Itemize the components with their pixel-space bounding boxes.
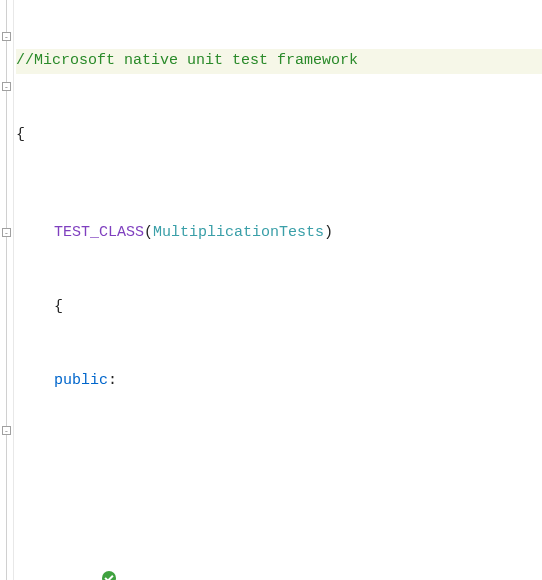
fold-toggle-icon[interactable]: - [2,228,11,237]
fold-toggle-icon[interactable]: - [2,82,11,91]
comment-text: //Microsoft native unit test framework [16,52,358,69]
code-line: TEST_CLASS(MultiplicationTests) [16,221,542,246]
code-line: { [16,295,542,320]
test-pass-icon [102,571,116,580]
colon: : [108,372,117,389]
brace: { [16,126,25,143]
fold-toggle-icon[interactable]: - [2,426,11,435]
status-line [16,566,542,580]
class-name: MultiplicationTests [153,224,324,241]
blank-line [16,443,542,468]
brace: { [54,298,63,315]
code-line: { [16,123,542,148]
fold-toggle-icon[interactable]: - [2,32,11,41]
macro: TEST_CLASS [54,224,144,241]
paren: ) [324,224,333,241]
code-line: //Microsoft native unit test framework [16,49,542,74]
code-content[interactable]: //Microsoft native unit test framework {… [14,0,542,580]
keyword-public: public [54,372,108,389]
code-editor[interactable]: - - - - //Microsoft native unit test fra… [0,0,542,580]
fold-gutter: - - - - [0,0,14,580]
paren: ( [144,224,153,241]
code-line: public: [16,369,542,394]
